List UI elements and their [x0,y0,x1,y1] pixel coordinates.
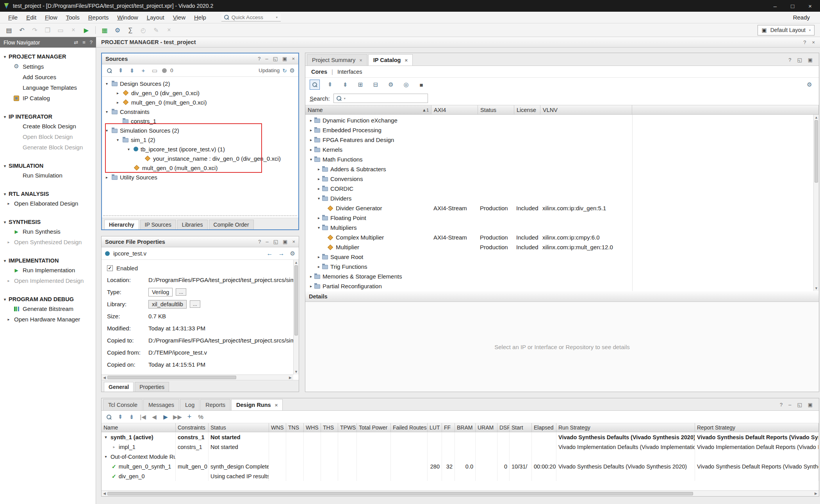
catalog-row-conversions[interactable]: ▸Conversions [305,174,819,184]
minimize-window-icon[interactable]: – [774,3,777,9]
menu-flow[interactable]: Flow [41,13,62,22]
panel-splitter[interactable] [103,215,297,216]
tab-ip-catalog[interactable]: IP Catalog× [368,54,413,66]
chevron-right-icon[interactable]: ▸ [318,186,320,191]
redo-button[interactable]: ↷ [29,25,41,35]
sidebar-item-open-synthesized-design[interactable]: ▸Open Synthesized Design [0,237,96,247]
scroll-up-icon[interactable]: ▲ [294,260,298,265]
nav-section-header[interactable]: ▾IP INTEGRATOR [0,112,96,121]
interfaces-view[interactable]: Interfaces [337,69,362,75]
forward-arrow-icon[interactable]: → [278,250,285,257]
nav-section-header[interactable]: ▾SIMULATION [0,161,96,170]
float-icon[interactable]: ◱ [797,402,802,408]
quick-access-box[interactable]: ▾ [221,14,281,21]
wrench-icon[interactable]: ⚙ [386,80,396,90]
chevron-down-icon[interactable]: ▾ [103,435,108,439]
chevron-down-icon[interactable]: ▾ [310,157,312,161]
tab-tcl-console[interactable]: Tcl Console [103,399,143,410]
tree-row-constrs-1[interactable]: constrs_1 [102,116,298,126]
chevron-right-icon[interactable]: ▸ [6,279,11,283]
chevron-right-icon[interactable]: ▸ [115,100,120,105]
vertical-scrollbar[interactable]: ▲▼ [293,260,299,374]
menu-tools[interactable]: Tools [62,13,84,22]
nav-section-header[interactable]: ▾SYNTHESIS [0,218,96,226]
undo-button[interactable]: ↶ [16,25,28,35]
group-by-category-button[interactable]: ⊞ [355,80,365,90]
catalog-row-multipliers[interactable]: ▾Multipliers [305,223,819,232]
collapse-all-button[interactable]: ⇞ [325,80,335,90]
step-forward-button[interactable]: ▶▶ [173,413,182,421]
tab-hierarchy[interactable]: Hierarchy [104,220,139,229]
nav-section-header[interactable]: ▾PROGRAM AND DEBUG [0,295,96,303]
catalog-row-cordic[interactable]: ▸CORDIC [305,184,819,193]
help-icon[interactable]: ? [803,39,806,45]
cores-view[interactable]: Cores [311,69,327,75]
chevron-down-icon[interactable]: ▾ [126,147,131,151]
menu-window[interactable]: Window [113,13,142,22]
column-header-constraints[interactable]: Constraints [176,423,209,432]
scroll-down-icon[interactable]: ▼ [294,369,298,374]
add-sources-button[interactable]: + [139,66,147,75]
column-header-vlnv[interactable]: VLNV [540,105,632,114]
sidebar-item-generate-bitstream[interactable]: Generate Bitstream [0,303,96,314]
column-header-license[interactable]: License [514,105,540,114]
gear-icon[interactable]: ⚙ [290,250,295,257]
details-toggle-button[interactable]: ■ [416,80,426,90]
scrollbar-thumb[interactable] [294,265,298,335]
close-icon[interactable]: × [812,39,815,45]
help-icon[interactable]: ? [780,402,783,408]
chevron-right-icon[interactable]: ▸ [310,118,312,122]
catalog-row-trig-functions[interactable]: ▸Trig Functions [305,262,819,272]
chevron-down-icon[interactable]: ▾ [104,82,109,86]
close-icon[interactable]: × [275,402,278,408]
column-header-bram[interactable]: BRAM [455,423,476,432]
column-header-wns[interactable]: WNS [269,423,286,432]
menu-file[interactable]: File [4,13,22,22]
back-arrow-icon[interactable]: ← [267,250,273,257]
catalog-row-dfx[interactable]: ▸Dynamic Function eXchange [305,115,819,125]
column-header-status[interactable]: Status [478,105,514,114]
column-header-report-strategy[interactable]: Report Strategy [695,423,819,432]
chevron-right-icon[interactable]: ▸ [318,167,320,171]
column-header-start[interactable]: Start [510,423,532,432]
scroll-down-icon[interactable]: ▼ [815,286,818,291]
search-button[interactable] [105,66,113,75]
minimize-icon[interactable]: – [266,239,269,245]
chevron-right-icon[interactable]: ▸ [318,264,320,269]
refresh-icon[interactable]: ↻ [282,67,287,74]
tab-compile-order[interactable]: Compile Order [209,220,254,229]
chevron-down-icon[interactable]: ▾ [104,128,109,133]
save-button[interactable]: ▤ [3,25,15,35]
nav-section-header[interactable]: ▾RTL ANALYSIS [0,190,96,198]
column-header-whs[interactable]: WHS [304,423,321,432]
chevron-right-icon[interactable]: ▸ [318,255,320,259]
table-row-mult-gen-0-synth-1[interactable]: ✓mult_gen_0_synth_1 mult_gen_0 synth_des… [102,461,819,471]
tab-project-summary[interactable]: Project Summary× [307,54,367,66]
catalog-row-math-functions[interactable]: ▾Math Functions [305,154,819,164]
catalog-row-fpga-features[interactable]: ▸FPGA Features and Design [305,135,819,145]
column-header-total-power[interactable]: Total Power [357,423,391,432]
scrollbar-thumb[interactable] [107,376,236,379]
catalog-row-complex-multiplier[interactable]: Complex MultiplierAXI4-StreamProductionI… [305,232,819,242]
maximize-icon[interactable]: ▣ [808,57,813,63]
collapse-all-button[interactable]: ⇞ [117,66,125,75]
nav-section-header[interactable]: ▾PROJECT MANAGER [0,52,96,61]
close-icon[interactable]: × [359,57,362,63]
column-header-name[interactable]: Name [102,423,176,432]
column-header-lut[interactable]: LUT [428,423,442,432]
expand-all-button[interactable]: ⇟ [340,80,350,90]
run-button[interactable]: ▶ [80,25,92,35]
sidebar-item-add-sources[interactable]: Add Sources [0,72,96,82]
horizontal-scrollbar[interactable]: ◀ ▶ [102,490,819,496]
expand-all-button[interactable]: ⇟ [128,66,136,75]
sidebar-item-language-templates[interactable]: Language Templates [0,82,96,93]
copy-button[interactable]: ❐ [42,25,53,35]
sidebar-item-run-synthesis[interactable]: ▶Run Synthesis [0,226,96,237]
catalog-search-input[interactable] [348,95,425,101]
tree-row-your-instance-name[interactable]: your_instance_name : div_gen_0 (div_gen_… [102,154,298,163]
step-back-button[interactable]: ◀ [150,413,158,421]
close-icon[interactable]: × [292,56,295,62]
library-field[interactable]: xil_defaultlib [148,300,187,309]
catalog-row-memories[interactable]: ▸Memories & Storage Elements [305,272,819,281]
dock-icon[interactable]: ⇄ [74,39,78,45]
